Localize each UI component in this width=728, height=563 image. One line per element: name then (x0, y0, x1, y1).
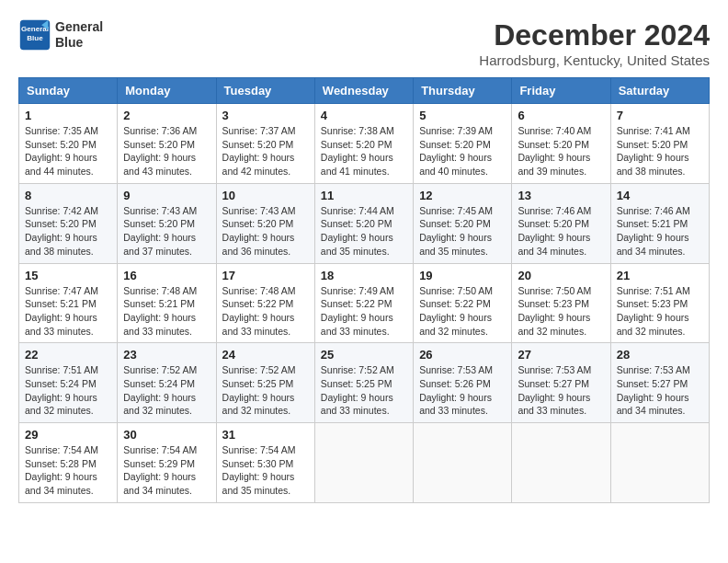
day-number: 19 (419, 269, 506, 282)
empty-cell (610, 423, 709, 503)
day-number: 2 (123, 109, 210, 122)
day-number: 21 (617, 269, 703, 282)
logo-text-line1: General (55, 19, 103, 35)
day-number: 15 (25, 269, 111, 282)
calendar-day-cell: 8Sunrise: 7:42 AMSunset: 5:20 PMDaylight… (19, 183, 118, 263)
day-number: 29 (25, 428, 111, 442)
calendar-day-cell: 26Sunrise: 7:53 AMSunset: 5:26 PMDayligh… (414, 343, 512, 423)
calendar-day-cell: 7Sunrise: 7:41 AMSunset: 5:20 PMDaylight… (610, 104, 709, 184)
day-number: 27 (518, 348, 604, 362)
calendar-day-cell: 14Sunrise: 7:46 AMSunset: 5:21 PMDayligh… (610, 183, 709, 263)
month-title: December 2024 (479, 18, 710, 52)
calendar-week-row: 15Sunrise: 7:47 AMSunset: 5:21 PMDayligh… (19, 263, 710, 343)
day-info: Sunrise: 7:38 AMSunset: 5:20 PMDaylight:… (321, 124, 407, 178)
day-info: Sunrise: 7:45 AMSunset: 5:20 PMDaylight:… (419, 204, 506, 259)
day-info: Sunrise: 7:37 AMSunset: 5:20 PMDaylight:… (222, 124, 309, 178)
calendar-day-cell: 17Sunrise: 7:48 AMSunset: 5:22 PMDayligh… (216, 263, 314, 343)
calendar-day-cell: 19Sunrise: 7:50 AMSunset: 5:22 PMDayligh… (414, 263, 512, 343)
day-number: 20 (518, 269, 604, 282)
day-number: 26 (419, 348, 506, 362)
day-info: Sunrise: 7:43 AMSunset: 5:20 PMDaylight:… (222, 204, 309, 259)
calendar-day-cell: 1Sunrise: 7:35 AMSunset: 5:20 PMDaylight… (19, 104, 118, 184)
calendar-day-cell: 21Sunrise: 7:51 AMSunset: 5:23 PMDayligh… (610, 263, 709, 343)
calendar-day-cell: 27Sunrise: 7:53 AMSunset: 5:27 PMDayligh… (512, 343, 610, 423)
column-header-tuesday: Tuesday (216, 78, 314, 104)
calendar-day-cell: 22Sunrise: 7:51 AMSunset: 5:24 PMDayligh… (19, 343, 118, 423)
day-number: 5 (419, 109, 506, 122)
column-header-wednesday: Wednesday (314, 78, 413, 104)
day-number: 3 (222, 109, 309, 122)
day-info: Sunrise: 7:44 AMSunset: 5:20 PMDaylight:… (321, 204, 407, 259)
day-info: Sunrise: 7:53 AMSunset: 5:27 PMDaylight:… (617, 363, 703, 418)
day-info: Sunrise: 7:51 AMSunset: 5:24 PMDaylight:… (25, 363, 111, 418)
day-number: 7 (617, 109, 703, 122)
day-info: Sunrise: 7:35 AMSunset: 5:20 PMDaylight:… (25, 124, 111, 178)
calendar-day-cell: 29Sunrise: 7:54 AMSunset: 5:28 PMDayligh… (19, 423, 118, 503)
calendar-day-cell: 12Sunrise: 7:45 AMSunset: 5:20 PMDayligh… (414, 183, 512, 263)
day-info: Sunrise: 7:47 AMSunset: 5:21 PMDaylight:… (25, 284, 111, 339)
empty-cell (414, 423, 512, 503)
calendar-day-cell: 16Sunrise: 7:48 AMSunset: 5:21 PMDayligh… (118, 263, 216, 343)
logo-text-line2: Blue (55, 35, 103, 51)
calendar-day-cell: 30Sunrise: 7:54 AMSunset: 5:29 PMDayligh… (118, 423, 216, 503)
day-info: Sunrise: 7:43 AMSunset: 5:20 PMDaylight:… (123, 204, 210, 259)
day-info: Sunrise: 7:48 AMSunset: 5:22 PMDaylight:… (222, 284, 309, 339)
day-info: Sunrise: 7:36 AMSunset: 5:20 PMDaylight:… (123, 124, 210, 178)
day-number: 25 (321, 348, 407, 362)
calendar-day-cell: 13Sunrise: 7:46 AMSunset: 5:20 PMDayligh… (512, 183, 610, 263)
calendar-day-cell: 31Sunrise: 7:54 AMSunset: 5:30 PMDayligh… (216, 423, 314, 503)
calendar-table: SundayMondayTuesdayWednesdayThursdayFrid… (18, 77, 710, 503)
calendar-day-cell: 4Sunrise: 7:38 AMSunset: 5:20 PMDaylight… (314, 104, 413, 184)
day-number: 30 (123, 428, 210, 442)
calendar-day-cell: 23Sunrise: 7:52 AMSunset: 5:24 PMDayligh… (118, 343, 216, 423)
day-number: 22 (25, 348, 111, 362)
calendar-day-cell: 18Sunrise: 7:49 AMSunset: 5:22 PMDayligh… (314, 263, 413, 343)
column-header-monday: Monday (118, 78, 216, 104)
column-header-thursday: Thursday (414, 78, 512, 104)
day-number: 4 (321, 109, 407, 122)
calendar-day-cell: 10Sunrise: 7:43 AMSunset: 5:20 PMDayligh… (216, 183, 314, 263)
calendar-day-cell: 11Sunrise: 7:44 AMSunset: 5:20 PMDayligh… (314, 183, 413, 263)
calendar-day-cell: 15Sunrise: 7:47 AMSunset: 5:21 PMDayligh… (19, 263, 118, 343)
day-number: 24 (222, 348, 309, 362)
day-number: 31 (222, 428, 309, 442)
day-info: Sunrise: 7:41 AMSunset: 5:20 PMDaylight:… (617, 124, 703, 178)
calendar-day-cell: 5Sunrise: 7:39 AMSunset: 5:20 PMDaylight… (414, 104, 512, 184)
day-number: 6 (518, 109, 604, 122)
calendar-day-cell: 25Sunrise: 7:52 AMSunset: 5:25 PMDayligh… (314, 343, 413, 423)
day-number: 9 (123, 189, 210, 202)
day-number: 1 (25, 109, 111, 122)
day-info: Sunrise: 7:54 AMSunset: 5:28 PMDaylight:… (25, 443, 111, 498)
calendar-week-row: 22Sunrise: 7:51 AMSunset: 5:24 PMDayligh… (19, 343, 710, 423)
day-number: 13 (518, 189, 604, 202)
day-info: Sunrise: 7:52 AMSunset: 5:25 PMDaylight:… (321, 363, 407, 418)
day-info: Sunrise: 7:54 AMSunset: 5:29 PMDaylight:… (123, 443, 210, 498)
day-info: Sunrise: 7:50 AMSunset: 5:23 PMDaylight:… (518, 284, 604, 339)
day-info: Sunrise: 7:46 AMSunset: 5:20 PMDaylight:… (518, 204, 604, 259)
calendar-day-cell: 3Sunrise: 7:37 AMSunset: 5:20 PMDaylight… (216, 104, 314, 184)
column-header-saturday: Saturday (610, 78, 709, 104)
logo: General Blue General Blue (18, 18, 103, 52)
day-info: Sunrise: 7:40 AMSunset: 5:20 PMDaylight:… (518, 124, 604, 178)
calendar-week-row: 29Sunrise: 7:54 AMSunset: 5:28 PMDayligh… (19, 423, 710, 503)
day-number: 23 (123, 348, 210, 362)
day-number: 14 (617, 189, 703, 202)
calendar-header-row: SundayMondayTuesdayWednesdayThursdayFrid… (19, 78, 710, 104)
day-info: Sunrise: 7:48 AMSunset: 5:21 PMDaylight:… (123, 284, 210, 339)
logo-icon: General Blue (18, 18, 51, 52)
column-header-friday: Friday (512, 78, 610, 104)
day-number: 18 (321, 269, 407, 282)
location: Harrodsburg, Kentucky, United States (479, 52, 710, 68)
day-number: 28 (617, 348, 703, 362)
day-info: Sunrise: 7:54 AMSunset: 5:30 PMDaylight:… (222, 443, 309, 498)
day-info: Sunrise: 7:52 AMSunset: 5:24 PMDaylight:… (123, 363, 210, 418)
svg-text:Blue: Blue (27, 34, 43, 42)
day-info: Sunrise: 7:52 AMSunset: 5:25 PMDaylight:… (222, 363, 309, 418)
calendar-day-cell: 28Sunrise: 7:53 AMSunset: 5:27 PMDayligh… (610, 343, 709, 423)
day-info: Sunrise: 7:51 AMSunset: 5:23 PMDaylight:… (617, 284, 703, 339)
day-number: 8 (25, 189, 111, 202)
page-header: General Blue General Blue December 2024 … (18, 18, 710, 68)
calendar-day-cell: 9Sunrise: 7:43 AMSunset: 5:20 PMDaylight… (118, 183, 216, 263)
day-number: 17 (222, 269, 309, 282)
day-info: Sunrise: 7:39 AMSunset: 5:20 PMDaylight:… (419, 124, 506, 178)
